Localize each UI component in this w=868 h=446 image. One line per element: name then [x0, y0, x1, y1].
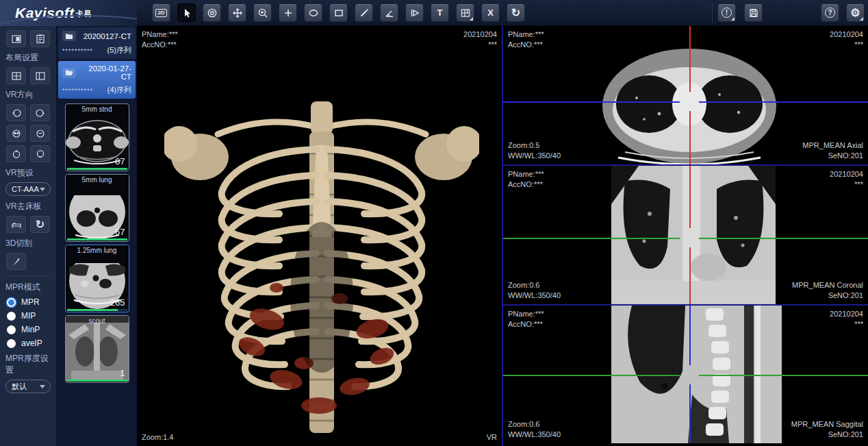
layout-grid-button[interactable] — [456, 3, 474, 22]
vr-head-left-button[interactable] — [6, 104, 26, 121]
layout-split-button[interactable] — [30, 67, 50, 84]
info-button[interactable]: ! — [717, 3, 736, 22]
axial-crosshair-horizontal[interactable] — [699, 101, 868, 103]
vr-direction-label: VR方向 — [5, 89, 56, 101]
series-thumbnail-4[interactable]: scout 1 — [65, 315, 129, 383]
cursor-button[interactable] — [177, 3, 196, 22]
series-info-overlay: MPR_MEAN CoronalSeNO:201 — [792, 280, 863, 301]
save-button[interactable] — [744, 3, 763, 22]
coronal-crosshair-horizontal[interactable] — [503, 238, 680, 239]
mpr-mode-option-minp[interactable]: MinP — [7, 325, 56, 334]
pan-button[interactable] — [228, 3, 246, 22]
mpr-column: PName:***AccNO:*** 20210204*** Zoom:0.5W… — [502, 26, 868, 446]
sidebar-divider — [4, 275, 52, 276]
text-annotation-button[interactable]: T — [431, 3, 449, 22]
cine-play-button[interactable] — [405, 3, 424, 22]
crosshair-button[interactable] — [279, 3, 297, 22]
head-top-icon — [11, 149, 22, 160]
mpr-sagittal-viewport[interactable]: PName:***AccNO:*** 20210204*** Zoom:0.6W… — [503, 306, 868, 443]
zoom-window-overlay: Zoom:0.6WW/WL:350/40 — [508, 419, 561, 440]
series-info-overlay: MPR_MEAN AxialSeNO:201 — [802, 140, 863, 161]
delete-x-icon: X — [487, 8, 494, 17]
save-icon — [748, 8, 759, 18]
load-progress — [67, 168, 127, 170]
measure-line-button[interactable] — [355, 3, 373, 22]
remove-bed-button[interactable] — [6, 216, 26, 233]
series-thumbnail-1[interactable]: 5mm stnd 67 — [65, 103, 129, 171]
export-2d-icon: 2D — [155, 9, 166, 17]
angle-measure-button[interactable] — [380, 3, 398, 22]
play-icon — [409, 8, 420, 18]
patient-info-overlay: PName:***AccNO:*** — [508, 29, 544, 50]
vr-direction-row-3 — [0, 145, 56, 162]
vr-head-superior-button[interactable] — [6, 145, 26, 162]
settings-button[interactable]: ⚙ — [846, 3, 865, 22]
help-icon: ? — [825, 8, 835, 18]
bed-reset-button[interactable]: ↻ — [30, 216, 50, 233]
report-button[interactable] — [30, 30, 50, 47]
axial-crosshair-horizontal[interactable] — [503, 101, 680, 103]
axial-crosshair-vertical[interactable] — [689, 26, 691, 92]
head-left-icon — [11, 108, 22, 119]
coronal-crosshair-vertical[interactable] — [689, 166, 691, 228]
secondary-tool-group: ! — [717, 3, 763, 22]
windowing-button[interactable] — [203, 3, 221, 22]
windowing-icon — [207, 8, 218, 18]
vr-head-inferior-button[interactable] — [30, 145, 50, 162]
layout-section-label: 布局设置 — [5, 52, 56, 64]
vr-head-posterior-button[interactable] — [30, 125, 50, 142]
crosshair-icon — [283, 8, 294, 18]
mpr-mode-option-aveip[interactable]: aveIP — [7, 338, 56, 348]
vr-head-anterior-button[interactable] — [6, 125, 26, 142]
scalpel-button[interactable] — [6, 253, 26, 270]
cut-3d-row — [0, 253, 56, 270]
help-button[interactable]: ? — [821, 3, 839, 22]
coronal-crosshair-vertical[interactable] — [689, 247, 691, 306]
sagittal-crosshair-horizontal[interactable] — [503, 375, 680, 376]
view-type-overlay: VR — [487, 432, 497, 443]
study-item-1[interactable]: 20200127-CT ********** (5)序列 — [58, 27, 136, 59]
zoom-window-overlay: Zoom:0.6WW/WL:350/40 — [508, 280, 561, 301]
mpr-axial-viewport[interactable]: PName:***AccNO:*** 20210204*** Zoom:0.5W… — [503, 26, 868, 166]
mpr-coronal-viewport[interactable]: PName:***AccNO:*** 20210204*** Zoom:0.6W… — [503, 166, 868, 306]
dicom-viewer-app: Kayisoft卡易 2D T X ↻ ! ? ⚙ — [0, 0, 868, 446]
pencil-icon — [359, 8, 370, 18]
study-date-overlay: 20210204*** — [463, 29, 497, 50]
thumbnail-list: 5mm stnd 67 5mm lung 67 — [57, 101, 137, 383]
folder-closed-icon — [62, 31, 76, 41]
rectangle-roi-button[interactable] — [329, 3, 348, 22]
patient-info-overlay: PName:***AccNO:*** — [508, 169, 544, 190]
study-item-2-selected[interactable]: 2020-01-27-CT ********** (4)序列 — [58, 61, 136, 99]
mpr-mode-label: MPR模式 — [5, 282, 56, 293]
layout-single-button[interactable] — [6, 30, 26, 47]
vr-viewport[interactable]: PName:***AccNO:*** 20210204*** Zoom:1.4 … — [137, 26, 502, 446]
delete-annotation-button[interactable]: X — [481, 3, 500, 22]
sagittal-crosshair-vertical[interactable] — [689, 384, 691, 443]
rectangle-icon — [333, 8, 344, 18]
series-thumbnail-3-selected[interactable]: 1.25mm lung 265 — [65, 245, 129, 312]
sagittal-crosshair-horizontal[interactable] — [699, 375, 868, 376]
mpr-mode-option-mpr[interactable]: MPR — [7, 297, 56, 307]
load-progress — [67, 238, 127, 240]
ellipse-icon — [308, 8, 319, 18]
series-thumbnail-2[interactable]: 5mm lung 67 — [65, 174, 129, 242]
zoom-in-button[interactable] — [253, 3, 272, 22]
layout-single-icon — [11, 34, 22, 45]
axial-crosshair-vertical[interactable] — [689, 111, 691, 166]
sagittal-crosshair-vertical[interactable] — [689, 306, 691, 365]
head-right-icon — [35, 108, 46, 119]
reset-view-button[interactable]: ↻ — [507, 3, 525, 22]
vr-preset-select[interactable]: CT-AAA — [5, 182, 51, 196]
main-tool-group: 2D T X ↻ — [152, 3, 525, 22]
top-toolbar: Kayisoft卡易 2D T X ↻ ! ? ⚙ — [0, 0, 868, 26]
toolbar-separator — [712, 3, 713, 23]
export-2d-button[interactable]: 2D — [152, 3, 170, 22]
load-progress — [67, 309, 127, 311]
mpr-mode-option-mip[interactable]: MIP — [7, 311, 56, 321]
head-back-icon — [35, 128, 46, 139]
vr-head-right-button[interactable] — [30, 104, 50, 121]
mpr-thickness-select[interactable]: 默认 — [5, 380, 51, 393]
ellipse-roi-button[interactable] — [304, 3, 322, 22]
coronal-crosshair-horizontal[interactable] — [699, 238, 868, 239]
layout-2x2-button[interactable] — [6, 67, 26, 84]
